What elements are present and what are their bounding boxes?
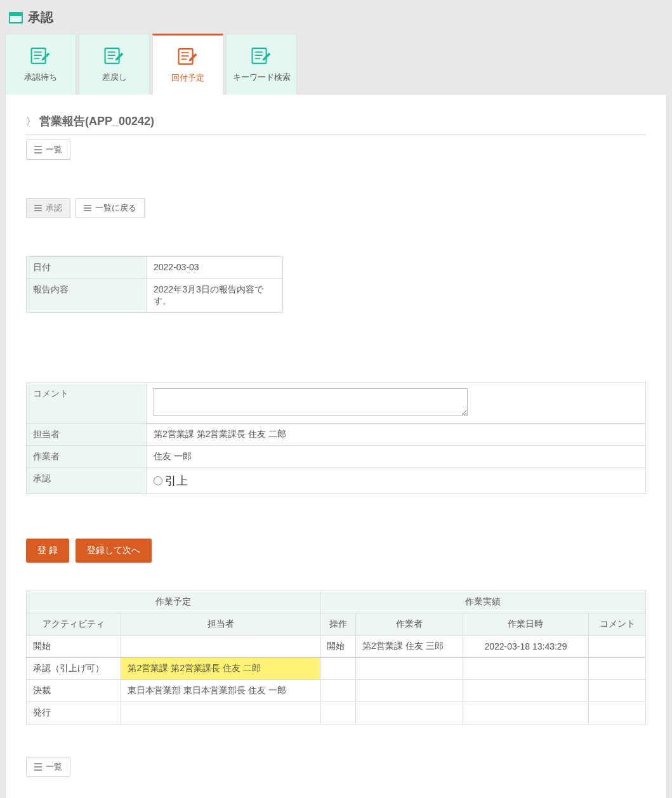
tab-label: 回付予定 — [171, 72, 204, 84]
tab-label: キーワード検索 — [233, 72, 291, 83]
sched-assignee: 東日本営業部 東日本営業部長 住友 一郎 — [121, 680, 320, 702]
list-button[interactable]: 一覧 — [26, 140, 70, 160]
tab-keyword-search[interactable]: キーワード検索 — [226, 34, 297, 95]
tabs: 承認待ち 差戻し 回付予定 キーワード検索 — [5, 34, 667, 95]
sched-worker: 第2営業課 住友 三郎 — [355, 636, 463, 658]
button-label: 承認 — [46, 202, 62, 214]
sched-op: 開始 — [320, 636, 356, 658]
sched-assignee — [121, 702, 320, 724]
sched-comment — [589, 658, 646, 680]
approval-form: コメント 担当者 第2営業課 第2営業課長 住友 二郎 作業者 住友 一郎 承認… — [26, 383, 646, 494]
list-icon — [34, 146, 42, 154]
sched-comment — [589, 702, 646, 724]
button-label: 一覧に戻る — [95, 202, 136, 214]
page-header: 承認 — [5, 5, 667, 34]
assignee-value: 第2営業課 第2営業課長 住友 二郎 — [147, 424, 646, 446]
sched-datetime — [463, 680, 589, 702]
content-value: 2022年3月3日の報告内容です。 — [147, 279, 283, 313]
detail-table: 日付 2022-03-03 報告内容 2022年3月3日の報告内容です。 — [26, 256, 283, 313]
tab-approval-pending[interactable]: 承認待ち — [5, 34, 76, 95]
chevron-right-icon: 〉 — [26, 115, 36, 128]
page-title: 承認 — [28, 9, 53, 26]
col-comment: コメント — [589, 613, 646, 636]
sched-op — [320, 658, 356, 680]
date-value: 2022-03-03 — [147, 257, 283, 279]
sched-assignee — [121, 636, 320, 658]
checklist-icon — [84, 205, 91, 211]
comment-input[interactable] — [154, 388, 468, 416]
sched-comment — [589, 636, 646, 658]
sched-activity: 決裁 — [27, 680, 121, 702]
window-icon — [9, 12, 23, 23]
approval-radio[interactable] — [154, 476, 162, 485]
edit-icon — [30, 46, 51, 65]
sched-activity: 発行 — [27, 702, 121, 724]
schedule-table: 作業予定 作業実績 アクティビティ 担当者 操作 作業者 作業日時 コメント 開… — [26, 591, 646, 724]
back-to-list-button[interactable]: 一覧に戻る — [76, 198, 145, 218]
col-op: 操作 — [320, 613, 356, 636]
col-worker: 作業者 — [355, 613, 463, 636]
tab-circulation-scheduled[interactable]: 回付予定 — [152, 34, 223, 95]
checklist-icon — [34, 205, 42, 211]
tab-label: 差戻し — [102, 72, 127, 83]
list-icon — [34, 763, 42, 771]
sched-op — [320, 680, 356, 702]
worker-value: 住友 一郎 — [147, 446, 646, 468]
approval-radio-row[interactable]: 引上 — [154, 473, 639, 488]
assignee-label: 担当者 — [27, 424, 147, 446]
col-datetime: 作業日時 — [463, 613, 589, 636]
sched-activity: 開始 — [27, 636, 121, 658]
edit-icon — [251, 46, 272, 65]
approve-button[interactable]: 承認 — [26, 198, 70, 218]
col-group-actual: 作業実績 — [320, 591, 646, 613]
sched-datetime: 2022-03-18 13:43:29 — [463, 636, 589, 658]
edit-icon — [103, 46, 125, 65]
col-group-plan: 作業予定 — [27, 591, 320, 613]
sched-op — [320, 702, 356, 724]
sched-worker — [355, 658, 463, 680]
section-title-row: 〉 営業報告(APP_00242) — [26, 114, 646, 134]
sched-activity: 承認（引上げ可） — [27, 658, 121, 680]
content: 〉 営業報告(APP_00242) 一覧 承認 一覧に戻る 日付 2022-03… — [5, 94, 667, 798]
worker-label: 作業者 — [27, 446, 147, 468]
tab-label: 承認待ち — [24, 72, 57, 83]
col-assignee: 担当者 — [121, 613, 320, 636]
register-next-button[interactable]: 登録して次へ — [76, 539, 152, 563]
tab-rejected[interactable]: 差戻し — [79, 34, 150, 95]
sched-datetime — [463, 702, 589, 724]
edit-icon — [177, 47, 199, 66]
sched-worker — [355, 702, 463, 724]
approval-option-label: 引上 — [165, 473, 188, 488]
sched-assignee: 第2営業課 第2営業課長 住友 二郎 — [121, 658, 320, 680]
sched-worker — [355, 680, 463, 702]
comment-label: コメント — [27, 383, 147, 424]
sched-comment — [589, 680, 646, 702]
col-activity: アクティビティ — [27, 613, 121, 636]
approval-label: 承認 — [27, 468, 147, 494]
register-button[interactable]: 登 録 — [26, 539, 69, 563]
section-title: 営業報告(APP_00242) — [39, 114, 154, 129]
button-label: 一覧 — [46, 144, 62, 155]
list-button-bottom[interactable]: 一覧 — [26, 757, 70, 777]
sched-datetime — [463, 658, 589, 680]
date-label: 日付 — [27, 257, 147, 279]
content-label: 報告内容 — [27, 279, 147, 313]
button-label: 一覧 — [46, 761, 62, 773]
